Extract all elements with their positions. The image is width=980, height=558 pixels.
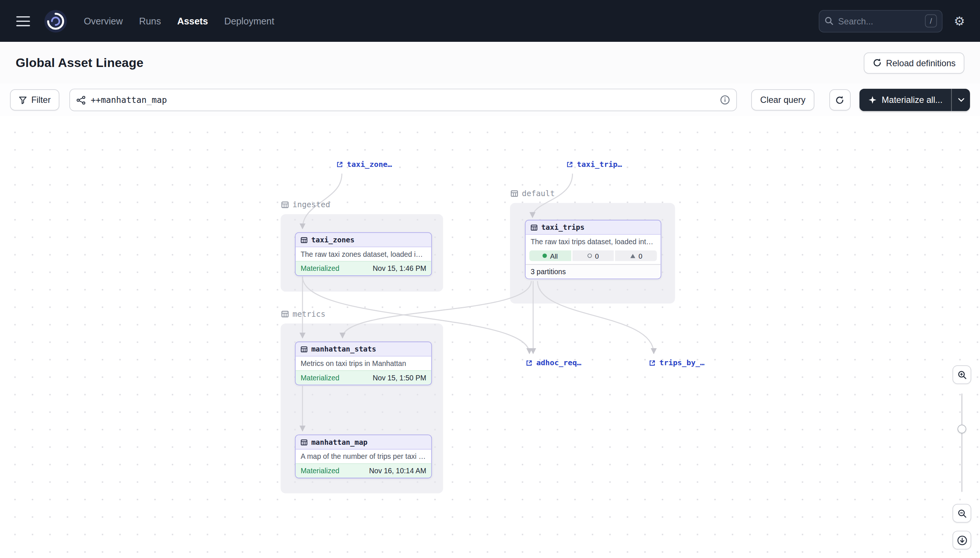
asset-footer: Materialized Nov 16, 10:14 AM [296,463,431,478]
lineage-edges [0,116,980,558]
partition-health-bar: All 0 0 [525,249,661,264]
download-view-button[interactable] [953,531,972,550]
external-link-icon [525,359,533,366]
circle-outline-icon [587,253,592,258]
partition-segment-all[interactable]: All [529,251,571,261]
materialize-dropdown-caret[interactable] [951,89,970,112]
search-shortcut-key: / [925,15,937,27]
asset-footer: Materialized Nov 15, 1:50 PM [296,370,431,385]
hamburger-menu-icon[interactable] [16,16,30,26]
materialized-timestamp: Nov 15, 1:50 PM [372,374,426,381]
clear-query-button[interactable]: Clear query [751,89,814,110]
external-asset-adhoc-req[interactable]: adhoc_req… [525,359,581,368]
group-label-default[interactable]: default [511,189,555,198]
asset-title: taxi_trips [541,223,585,231]
partition-segment-missing[interactable]: 0 [572,251,614,261]
filter-button[interactable]: Filter [10,89,59,110]
asset-description: A map of the number of trips per taxi z… [296,450,431,463]
external-link-icon [566,161,573,168]
asset-description: The raw taxi zones dataset, loaded int… [296,247,431,261]
asset-node-manhattan-stats[interactable]: manhattan_stats Metrics on taxi trips in… [295,341,432,385]
asset-node-taxi-trips[interactable]: taxi_trips The raw taxi trips dataset, l… [525,220,662,279]
gear-icon[interactable]: ⚙ [954,15,965,27]
external-asset-trips-by[interactable]: trips_by_… [649,359,705,368]
materialized-timestamp: Nov 15, 1:46 PM [372,265,426,272]
main-nav: Overview Runs Assets Deployment [84,16,274,26]
zoom-out-icon [957,509,966,518]
asset-node-header: taxi_zones [296,233,431,247]
page-header: Global Asset Lineage Reload definitions [0,42,980,84]
table-icon [531,224,538,231]
search-icon [824,16,834,26]
green-dot-icon [543,253,547,258]
asset-query-input[interactable] [91,95,715,105]
lineage-canvas[interactable]: ingested default metrics taxi_zone… taxi… [0,116,980,558]
nav-item-overview[interactable]: Overview [84,16,123,26]
asset-node-header: taxi_trips [525,220,661,235]
chevron-down-icon [958,98,964,102]
asset-query-input-box[interactable] [70,89,738,112]
partition-count[interactable]: 3 partitions [525,264,661,279]
graph-selector-icon [76,95,86,104]
table-group-icon [511,189,518,197]
table-icon [301,438,308,445]
materialized-status: Materialized [301,374,339,381]
reload-definitions-button[interactable]: Reload definitions [864,52,964,73]
funnel-icon [19,96,27,104]
asset-title: taxi_zones [311,235,354,244]
refresh-graph-button[interactable] [829,89,850,110]
dagster-logo[interactable] [44,9,68,33]
table-icon [301,236,308,243]
warning-triangle-icon [630,253,635,258]
zoom-slider-thumb[interactable] [957,425,966,434]
asset-title: manhattan_map [311,438,367,446]
materialize-split-button: Materialize all... [859,89,970,112]
zoom-in-icon [957,370,966,379]
asset-description: The raw taxi trips dataset, loaded into … [525,235,661,249]
table-group-icon [281,201,288,208]
nav-item-deployment[interactable]: Deployment [224,16,274,26]
materialize-all-button[interactable]: Materialize all... [859,89,952,112]
asset-node-manhattan-map[interactable]: manhattan_map A map of the number of tri… [295,435,432,478]
zoom-out-button[interactable] [953,504,972,523]
asset-footer: Materialized Nov 15, 1:46 PM [296,261,431,275]
download-circle-icon [957,535,967,545]
zoom-slider-track[interactable] [961,393,962,492]
nav-item-assets[interactable]: Assets [177,16,208,26]
partition-segment-failed[interactable]: 0 [615,251,657,261]
asset-description: Metrics on taxi trips in Manhattan [296,357,431,370]
external-asset-taxi-trip[interactable]: taxi_trip… [566,160,622,169]
asset-title: manhattan_stats [311,345,376,354]
materialized-status: Materialized [301,265,339,272]
refresh-icon [872,58,881,67]
top-nav: Overview Runs Assets Deployment / ⚙ [0,0,980,42]
zoom-in-button[interactable] [953,365,972,384]
table-icon [301,346,308,353]
group-label-metrics[interactable]: metrics [281,309,325,318]
asset-node-header: manhattan_map [296,435,431,450]
global-search[interactable]: / [819,10,942,32]
group-label-ingested[interactable]: ingested [281,200,330,209]
lineage-toolbar: Filter Clear query [0,84,980,116]
sparkle-icon [868,95,877,104]
external-link-icon [336,161,343,168]
materialized-timestamp: Nov 16, 10:14 AM [369,467,426,474]
external-link-icon [649,359,656,366]
materialized-status: Materialized [301,467,339,474]
nav-item-runs[interactable]: Runs [139,16,161,26]
external-asset-taxi-zone[interactable]: taxi_zone… [336,160,392,169]
search-input[interactable] [838,16,921,26]
app-window: Overview Runs Assets Deployment / ⚙ Glob… [0,0,980,558]
asset-node-header: manhattan_stats [296,342,431,357]
asset-node-taxi-zones[interactable]: taxi_zones The raw taxi zones dataset, l… [295,232,432,276]
page-title: Global Asset Lineage [16,56,143,70]
info-icon[interactable] [720,95,730,105]
table-group-icon [281,310,288,317]
